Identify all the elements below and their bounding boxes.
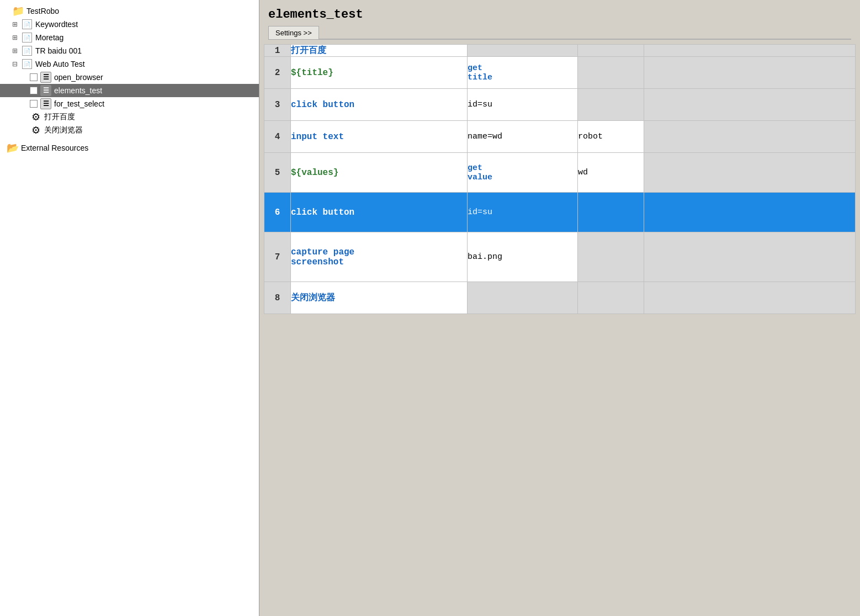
row-num-2: 2 xyxy=(264,57,291,89)
row-arg1-8[interactable] xyxy=(468,282,578,314)
label-elements-test: elements_test xyxy=(54,86,102,95)
checkbox-for-test-select[interactable] xyxy=(30,100,38,108)
sidebar-item-elements-test[interactable]: ✓ ☰ elements_test xyxy=(0,84,259,97)
arg1-text-2: gettitle xyxy=(468,63,492,82)
expander-keywordtest: ⊞ xyxy=(12,20,21,28)
keyword-text-4: input text xyxy=(291,132,344,142)
keyword-text-7: capture pagescreenshot xyxy=(291,247,354,267)
row-rest-5[interactable] xyxy=(644,153,856,193)
row-arg1-2[interactable]: gettitle xyxy=(468,57,578,89)
row-keyword-6[interactable]: click button xyxy=(291,193,468,232)
keyword-text-6: click button xyxy=(291,208,354,217)
sidebar-item-close-browser[interactable]: ⚙ 关闭浏览器 xyxy=(0,124,259,137)
table-row[interactable]: 2 ${title} gettitle xyxy=(264,57,856,89)
panel-title: elements_test xyxy=(262,2,858,26)
table-row[interactable]: 8 关闭浏览器 xyxy=(264,282,856,314)
row-rest-7[interactable] xyxy=(644,232,856,282)
label-open-browser: open_browser xyxy=(54,73,103,82)
settings-bar: Settings >> xyxy=(262,26,858,44)
row-arg2-6[interactable] xyxy=(578,193,644,232)
sidebar-item-moretag[interactable]: ⊞ 📄 Moretag xyxy=(0,31,259,44)
table-row[interactable]: 6 click button id=su xyxy=(264,193,856,232)
checkbox-elements-test[interactable]: ✓ xyxy=(30,87,38,94)
keyword-text-1: 打开百度 xyxy=(291,46,326,56)
row-rest-3[interactable] xyxy=(644,89,856,121)
row-keyword-2[interactable]: ${title} xyxy=(291,57,468,89)
expander-tr-baidu: ⊞ xyxy=(12,47,21,55)
settings-tab-line xyxy=(319,39,851,40)
row-arg2-5[interactable]: wd xyxy=(578,153,644,193)
row-rest-4[interactable] xyxy=(644,121,856,153)
row-arg1-4[interactable]: name=wd xyxy=(468,121,578,153)
sidebar-item-open-browser[interactable]: ☰ open_browser xyxy=(0,71,259,84)
table-row[interactable]: 7 capture pagescreenshot bai.png xyxy=(264,232,856,282)
keyword-icon-open-browser: ☰ xyxy=(40,72,52,82)
row-arg1-6[interactable]: id=su xyxy=(468,193,578,232)
arg1-text-5: getvalue xyxy=(468,163,492,182)
row-arg1-1[interactable] xyxy=(468,45,578,57)
label-for-test-select: for_test_select xyxy=(54,99,104,108)
row-rest-6[interactable] xyxy=(644,193,856,232)
expander-web-auto-test: ⊟ xyxy=(12,60,21,68)
gear-icon-open-baidu: ⚙ xyxy=(30,112,42,122)
row-num-7: 7 xyxy=(264,232,291,282)
row-keyword-3[interactable]: click button xyxy=(291,89,468,121)
label-moretag: Moretag xyxy=(35,33,63,42)
table-row[interactable]: 3 click button id=su xyxy=(264,89,856,121)
file-icon-tr-baidu: 📄 xyxy=(21,46,33,56)
row-arg1-7[interactable]: bai.png xyxy=(468,232,578,282)
gear-icon-close-browser: ⚙ xyxy=(30,125,42,135)
keyword-text-2: ${title} xyxy=(291,68,333,78)
main-content: elements_test Settings >> 1 xyxy=(259,0,860,616)
label-web-auto-test: Web Auto Test xyxy=(35,60,85,68)
row-arg2-7[interactable] xyxy=(578,232,644,282)
row-num-6: 6 xyxy=(264,193,291,232)
row-num-8: 8 xyxy=(264,282,291,314)
row-rest-2[interactable] xyxy=(644,57,856,89)
table-row[interactable]: 4 input text name=wd robot xyxy=(264,121,856,153)
editor-panel: elements_test Settings >> 1 xyxy=(262,2,858,614)
keyword-text-5: ${values} xyxy=(291,168,338,178)
keyword-icon-elements-test: ☰ xyxy=(40,86,52,95)
sidebar-item-keywordtest[interactable]: ⊞ 📄 Keywordtest xyxy=(0,18,259,31)
row-arg2-8[interactable] xyxy=(578,282,644,314)
file-icon-moretag: 📄 xyxy=(21,33,33,43)
row-keyword-7[interactable]: capture pagescreenshot xyxy=(291,232,468,282)
file-icon-web-auto-test: 📄 xyxy=(21,59,33,69)
sidebar-item-for-test-select[interactable]: ☰ for_test_select xyxy=(0,97,259,110)
expander-moretag: ⊞ xyxy=(12,34,21,41)
checkbox-open-browser[interactable] xyxy=(30,73,38,81)
test-table: 1 打开百度 2 ${title} gettitle xyxy=(264,44,856,314)
sidebar-item-tr-baidu[interactable]: ⊞ 📄 TR baidu 001 xyxy=(0,44,259,57)
settings-button[interactable]: Settings >> xyxy=(268,26,319,40)
table-row[interactable]: 1 打开百度 xyxy=(264,45,856,57)
external-icon: 📂 xyxy=(7,143,19,153)
row-num-3: 3 xyxy=(264,89,291,121)
sidebar-root[interactable]: 📁 TestRobo xyxy=(0,4,259,18)
row-arg1-5[interactable]: getvalue xyxy=(468,153,578,193)
row-rest-8[interactable] xyxy=(644,282,856,314)
keyword-text-3: click button xyxy=(291,100,354,110)
row-num-5: 5 xyxy=(264,153,291,193)
keyword-icon-for-test-select: ☰ xyxy=(40,99,52,109)
file-icon-keywordtest: 📄 xyxy=(21,19,33,29)
row-rest-1[interactable] xyxy=(644,45,856,57)
row-arg2-4[interactable]: robot xyxy=(578,121,644,153)
sidebar-item-external-resources[interactable]: 📂 External Resources xyxy=(0,141,259,155)
row-arg1-3[interactable]: id=su xyxy=(468,89,578,121)
row-arg2-2[interactable] xyxy=(578,57,644,89)
row-arg2-1[interactable] xyxy=(578,45,644,57)
sidebar-item-web-auto-test[interactable]: ⊟ 📄 Web Auto Test xyxy=(0,57,259,71)
row-keyword-8[interactable]: 关闭浏览器 xyxy=(291,282,468,314)
table-row[interactable]: 5 ${values} getvalue wd xyxy=(264,153,856,193)
row-arg2-3[interactable] xyxy=(578,89,644,121)
label-open-baidu: 打开百度 xyxy=(44,112,75,122)
row-keyword-5[interactable]: ${values} xyxy=(291,153,468,193)
sidebar-item-open-baidu[interactable]: ⚙ 打开百度 xyxy=(0,110,259,124)
row-keyword-4[interactable]: input text xyxy=(291,121,468,153)
label-keywordtest: Keywordtest xyxy=(35,20,78,29)
row-keyword-1[interactable]: 打开百度 xyxy=(291,45,468,57)
label-close-browser: 关闭浏览器 xyxy=(44,125,83,135)
test-table-wrapper[interactable]: 1 打开百度 2 ${title} gettitle xyxy=(264,44,856,614)
root-label: TestRobo xyxy=(26,7,59,15)
